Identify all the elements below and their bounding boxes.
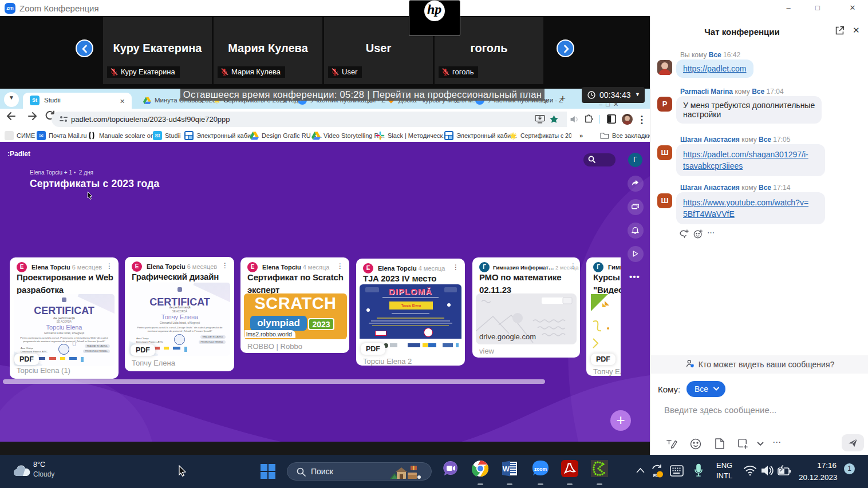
svg-text:zoom: zoom xyxy=(534,466,547,472)
svg-text:W: W xyxy=(503,465,510,473)
